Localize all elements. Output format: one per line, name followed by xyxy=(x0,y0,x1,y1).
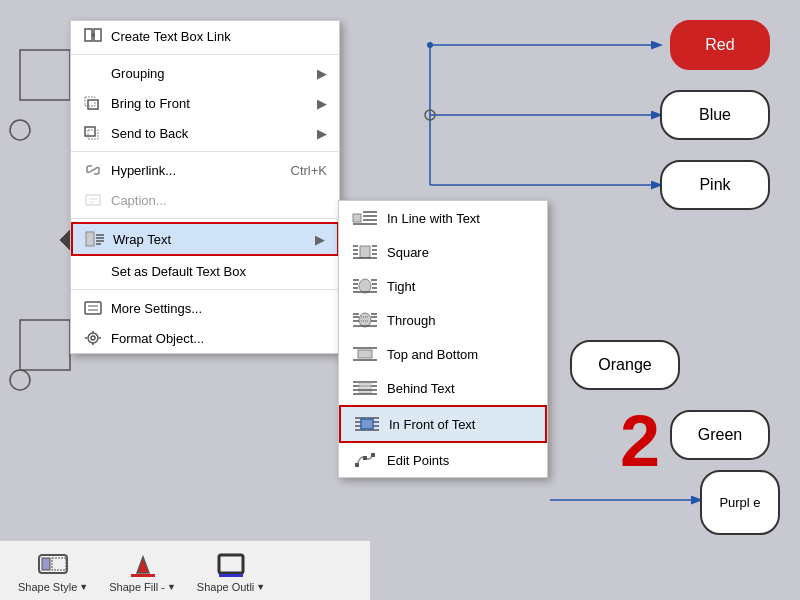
separator-2 xyxy=(71,151,339,152)
svg-point-56 xyxy=(359,313,371,327)
shape-style-dropdown-arrow: ▼ xyxy=(79,582,88,592)
shape-orange: Orange xyxy=(570,340,680,390)
svg-rect-18 xyxy=(86,195,100,205)
square-wrap-icon xyxy=(351,241,379,263)
svg-point-29 xyxy=(88,333,98,343)
caption-label: Caption... xyxy=(111,193,327,208)
submenu-behind-text[interactable]: Behind Text xyxy=(339,371,547,405)
svg-rect-66 xyxy=(358,350,372,358)
shape-pink: Pink xyxy=(660,160,770,210)
submenu-top-and-bottom[interactable]: Top and Bottom xyxy=(339,337,547,371)
grouping-icon xyxy=(83,63,103,83)
svg-rect-78 xyxy=(361,419,373,429)
toolbar-shape-outline[interactable]: Shape Outli ▼ xyxy=(189,545,273,597)
separator-1 xyxy=(71,54,339,55)
wrap-text-icon xyxy=(85,229,105,249)
more-settings-icon xyxy=(83,298,103,318)
shape-fill-icon xyxy=(127,549,159,581)
shape-fill-label: Shape Fill - ▼ xyxy=(109,581,176,593)
behind-text-wrap-icon xyxy=(351,377,379,399)
square-wrap-label: Square xyxy=(387,245,535,260)
submenu-through[interactable]: Through xyxy=(339,303,547,337)
annotation-number-2: 2 xyxy=(620,400,660,482)
svg-rect-12 xyxy=(85,29,92,41)
more-settings-label: More Settings... xyxy=(111,301,327,316)
svg-point-30 xyxy=(91,336,95,340)
bring-to-front-label: Bring to Front xyxy=(111,96,317,111)
shape-fill-dropdown-arrow: ▼ xyxy=(167,582,176,592)
through-wrap-icon xyxy=(351,309,379,331)
shape-outline-dropdown-arrow: ▼ xyxy=(256,582,265,592)
menu-item-hyperlink[interactable]: Hyperlink... Ctrl+K xyxy=(71,155,339,185)
top-bottom-wrap-label: Top and Bottom xyxy=(387,347,535,362)
wrap-text-label: Wrap Text xyxy=(113,232,315,247)
shape-outline-icon xyxy=(215,549,247,581)
submenu-inline-with-text[interactable]: In Line with Text xyxy=(339,201,547,235)
menu-item-create-text-box-link[interactable]: Create Text Box Link xyxy=(71,21,339,51)
svg-rect-71 xyxy=(359,383,371,393)
svg-rect-16 xyxy=(85,127,95,136)
svg-rect-79 xyxy=(355,463,359,467)
shape-style-label: Shape Style ▼ xyxy=(18,581,88,593)
svg-rect-40 xyxy=(360,246,370,258)
create-text-box-link-icon xyxy=(83,26,103,46)
menu-item-bring-to-front[interactable]: Bring to Front ▶ xyxy=(71,88,339,118)
context-menu: Create Text Box Link Grouping ▶ Bring to… xyxy=(70,20,340,354)
bring-to-front-arrow: ▶ xyxy=(317,96,327,111)
through-wrap-label: Through xyxy=(387,313,535,328)
svg-rect-85 xyxy=(131,574,155,577)
toolbar-shape-fill[interactable]: Shape Fill - ▼ xyxy=(101,545,184,597)
shape-blue: Blue xyxy=(660,90,770,140)
hyperlink-shortcut: Ctrl+K xyxy=(291,163,327,178)
wrap-text-arrow: ▶ xyxy=(315,232,325,247)
svg-rect-21 xyxy=(86,232,94,246)
format-object-label: Format Object... xyxy=(111,331,327,346)
set-default-label: Set as Default Text Box xyxy=(111,264,327,279)
menu-item-more-settings[interactable]: More Settings... xyxy=(71,293,339,323)
shape-style-icon xyxy=(37,549,69,581)
format-object-icon xyxy=(83,328,103,348)
send-to-back-label: Send to Back xyxy=(111,126,317,141)
tight-wrap-label: Tight xyxy=(387,279,535,294)
submenu-edit-points[interactable]: Edit Points xyxy=(339,443,547,477)
toolbar-shape-style[interactable]: Shape Style ▼ xyxy=(10,545,96,597)
submenu-tight[interactable]: Tight xyxy=(339,269,547,303)
menu-item-wrap-text[interactable]: Wrap Text ▶ xyxy=(71,222,339,256)
submenu-in-front-of-text[interactable]: In Front of Text xyxy=(339,405,547,443)
svg-rect-81 xyxy=(371,453,375,457)
svg-rect-84 xyxy=(52,558,66,570)
menu-item-set-default-text-box[interactable]: Set as Default Text Box xyxy=(71,256,339,286)
in-front-of-text-wrap-icon xyxy=(353,413,381,435)
submenu-square[interactable]: Square xyxy=(339,235,547,269)
grouping-label: Grouping xyxy=(111,66,317,81)
svg-rect-86 xyxy=(219,555,243,573)
toolbar: Shape Style ▼ Shape Fill - ▼ Shape Outli… xyxy=(0,540,370,600)
hyperlink-icon xyxy=(83,160,103,180)
shape-outline-label: Shape Outli ▼ xyxy=(197,581,265,593)
separator-4 xyxy=(71,289,339,290)
top-bottom-wrap-icon xyxy=(351,343,379,365)
send-to-back-icon xyxy=(83,123,103,143)
svg-rect-80 xyxy=(363,456,367,460)
caption-icon xyxy=(83,190,103,210)
in-front-of-text-wrap-label: In Front of Text xyxy=(389,417,533,432)
svg-rect-87 xyxy=(219,574,243,577)
menu-item-send-to-back[interactable]: Send to Back ▶ xyxy=(71,118,339,148)
inline-with-text-icon xyxy=(351,207,379,229)
send-to-back-arrow: ▶ xyxy=(317,126,327,141)
svg-rect-35 xyxy=(353,214,361,222)
edit-points-label: Edit Points xyxy=(387,453,535,468)
menu-item-caption[interactable]: Caption... xyxy=(71,185,339,215)
set-default-icon xyxy=(83,261,103,281)
separator-3 xyxy=(71,218,339,219)
inline-with-text-label: In Line with Text xyxy=(387,211,535,226)
menu-item-format-object[interactable]: Format Object... xyxy=(71,323,339,353)
svg-rect-14 xyxy=(88,100,98,109)
bring-to-front-icon xyxy=(83,93,103,113)
edit-points-icon xyxy=(351,449,379,471)
menu-item-grouping[interactable]: Grouping ▶ xyxy=(71,58,339,88)
hyperlink-label: Hyperlink... xyxy=(111,163,281,178)
wrap-text-submenu: In Line with Text Square xyxy=(338,200,548,478)
create-text-box-link-label: Create Text Box Link xyxy=(111,29,327,44)
svg-point-48 xyxy=(359,279,371,293)
